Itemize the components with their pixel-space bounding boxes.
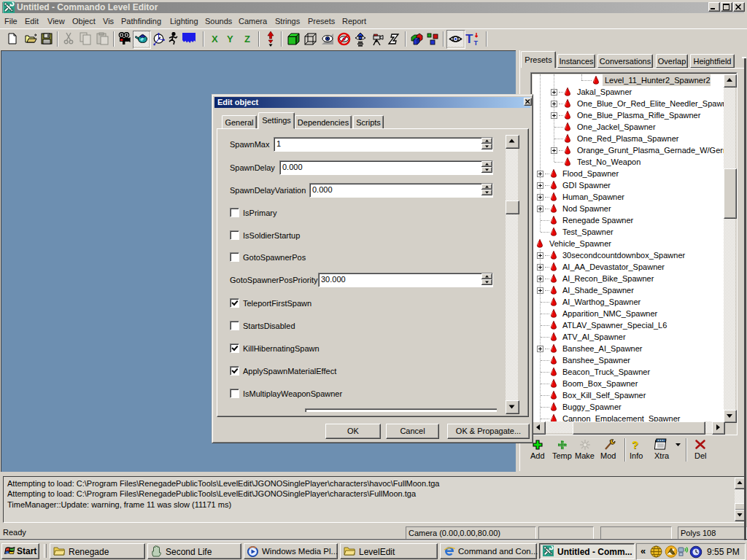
svg-text:T: T <box>465 32 473 46</box>
svg-text:T: T <box>474 39 479 46</box>
